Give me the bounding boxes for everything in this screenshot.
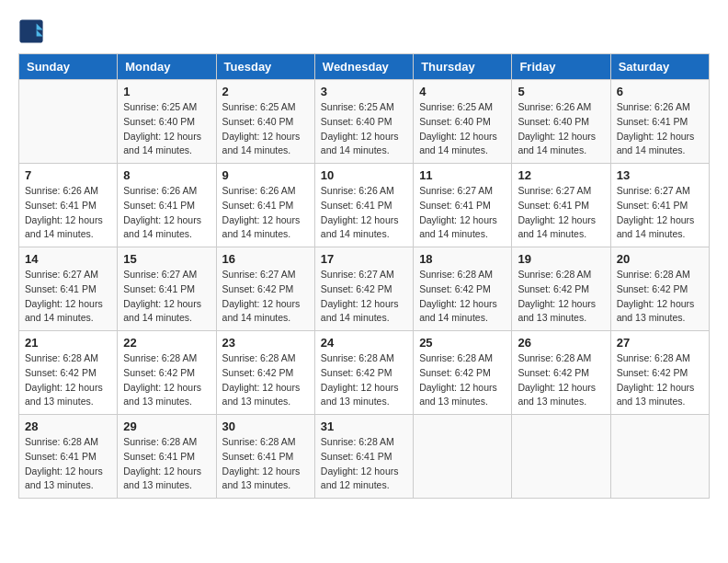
day-details: Sunrise: 6:26 AMSunset: 6:40 PMDaylight:… (518, 100, 604, 158)
day-number: 8 (123, 168, 210, 182)
day-number: 3 (321, 85, 407, 98)
day-details: Sunrise: 6:28 AMSunset: 6:42 PMDaylight:… (518, 268, 604, 326)
day-number: 4 (419, 85, 506, 98)
calendar-table: SundayMondayTuesdayWednesdayThursdayFrid… (18, 53, 710, 499)
day-details: Sunrise: 6:28 AMSunset: 6:42 PMDaylight:… (419, 351, 506, 409)
day-number: 15 (123, 252, 210, 266)
day-details: Sunrise: 6:28 AMSunset: 6:42 PMDaylight:… (222, 351, 309, 409)
col-header-tuesday: Tuesday (216, 54, 314, 80)
calendar-cell: 13Sunrise: 6:27 AMSunset: 6:41 PMDayligh… (610, 164, 709, 247)
calendar-cell: 30Sunrise: 6:28 AMSunset: 6:41 PMDayligh… (216, 415, 314, 499)
day-number: 22 (123, 336, 210, 350)
day-number: 26 (518, 336, 604, 350)
logo-icon (18, 18, 44, 44)
calendar-cell (610, 415, 709, 499)
col-header-friday: Friday (512, 54, 610, 80)
day-details: Sunrise: 6:26 AMSunset: 6:41 PMDaylight:… (222, 184, 309, 242)
calendar-cell: 23Sunrise: 6:28 AMSunset: 6:42 PMDayligh… (216, 331, 314, 415)
col-header-wednesday: Wednesday (314, 54, 413, 80)
week-row-4: 21Sunrise: 6:28 AMSunset: 6:42 PMDayligh… (19, 331, 710, 415)
day-number: 10 (321, 168, 407, 182)
calendar-cell: 20Sunrise: 6:28 AMSunset: 6:42 PMDayligh… (610, 247, 709, 331)
calendar-cell: 8Sunrise: 6:26 AMSunset: 6:41 PMDaylight… (118, 164, 216, 247)
calendar-cell: 11Sunrise: 6:27 AMSunset: 6:41 PMDayligh… (414, 164, 512, 247)
day-details: Sunrise: 6:27 AMSunset: 6:42 PMDaylight:… (321, 268, 407, 326)
day-details: Sunrise: 6:25 AMSunset: 6:40 PMDaylight:… (321, 100, 407, 158)
day-details: Sunrise: 6:28 AMSunset: 6:41 PMDaylight:… (222, 435, 309, 493)
calendar-cell: 27Sunrise: 6:28 AMSunset: 6:42 PMDayligh… (610, 331, 709, 415)
day-details: Sunrise: 6:28 AMSunset: 6:41 PMDaylight:… (123, 435, 210, 493)
calendar-cell: 15Sunrise: 6:27 AMSunset: 6:41 PMDayligh… (118, 247, 216, 331)
day-number: 16 (222, 252, 309, 266)
day-number: 18 (419, 252, 506, 266)
week-row-3: 14Sunrise: 6:27 AMSunset: 6:41 PMDayligh… (19, 247, 710, 331)
day-number: 19 (518, 252, 604, 266)
day-details: Sunrise: 6:26 AMSunset: 6:41 PMDaylight:… (617, 100, 703, 158)
day-number: 29 (123, 419, 210, 433)
calendar-cell (414, 415, 512, 499)
day-details: Sunrise: 6:26 AMSunset: 6:41 PMDaylight:… (25, 184, 111, 242)
day-details: Sunrise: 6:27 AMSunset: 6:42 PMDaylight:… (222, 268, 309, 326)
day-number: 23 (222, 336, 309, 350)
day-details: Sunrise: 6:28 AMSunset: 6:42 PMDaylight:… (123, 351, 210, 409)
week-row-1: 1Sunrise: 6:25 AMSunset: 6:40 PMDaylight… (19, 80, 710, 164)
day-details: Sunrise: 6:25 AMSunset: 6:40 PMDaylight:… (222, 100, 309, 158)
day-details: Sunrise: 6:26 AMSunset: 6:41 PMDaylight:… (123, 184, 210, 242)
calendar-cell: 16Sunrise: 6:27 AMSunset: 6:42 PMDayligh… (216, 247, 314, 331)
calendar-cell (512, 415, 610, 499)
day-details: Sunrise: 6:27 AMSunset: 6:41 PMDaylight:… (419, 184, 506, 242)
calendar-cell: 31Sunrise: 6:28 AMSunset: 6:41 PMDayligh… (314, 415, 413, 499)
calendar-cell: 28Sunrise: 6:28 AMSunset: 6:41 PMDayligh… (19, 415, 118, 499)
day-details: Sunrise: 6:25 AMSunset: 6:40 PMDaylight:… (123, 100, 210, 158)
day-number: 5 (518, 85, 604, 98)
calendar-cell: 21Sunrise: 6:28 AMSunset: 6:42 PMDayligh… (19, 331, 118, 415)
week-row-5: 28Sunrise: 6:28 AMSunset: 6:41 PMDayligh… (19, 415, 710, 499)
logo (18, 18, 48, 44)
col-header-saturday: Saturday (610, 54, 709, 80)
calendar-cell: 10Sunrise: 6:26 AMSunset: 6:41 PMDayligh… (314, 164, 413, 247)
day-number: 27 (617, 336, 703, 350)
page-header (18, 18, 710, 44)
day-details: Sunrise: 6:27 AMSunset: 6:41 PMDaylight:… (123, 268, 210, 326)
day-details: Sunrise: 6:28 AMSunset: 6:42 PMDaylight:… (518, 351, 604, 409)
calendar-cell: 25Sunrise: 6:28 AMSunset: 6:42 PMDayligh… (414, 331, 512, 415)
day-details: Sunrise: 6:27 AMSunset: 6:41 PMDaylight:… (25, 268, 111, 326)
day-number: 31 (321, 419, 407, 433)
col-header-monday: Monday (118, 54, 216, 80)
calendar-cell: 24Sunrise: 6:28 AMSunset: 6:42 PMDayligh… (314, 331, 413, 415)
day-details: Sunrise: 6:28 AMSunset: 6:42 PMDaylight:… (617, 268, 703, 326)
day-details: Sunrise: 6:25 AMSunset: 6:40 PMDaylight:… (419, 100, 506, 158)
day-number: 21 (25, 336, 111, 350)
day-number: 1 (123, 85, 210, 98)
calendar-cell: 3Sunrise: 6:25 AMSunset: 6:40 PMDaylight… (314, 80, 413, 164)
calendar-cell: 19Sunrise: 6:28 AMSunset: 6:42 PMDayligh… (512, 247, 610, 331)
day-details: Sunrise: 6:27 AMSunset: 6:41 PMDaylight:… (617, 184, 703, 242)
day-number: 30 (222, 419, 309, 433)
day-details: Sunrise: 6:27 AMSunset: 6:41 PMDaylight:… (518, 184, 604, 242)
calendar-cell: 14Sunrise: 6:27 AMSunset: 6:41 PMDayligh… (19, 247, 118, 331)
calendar-cell: 26Sunrise: 6:28 AMSunset: 6:42 PMDayligh… (512, 331, 610, 415)
calendar-cell: 7Sunrise: 6:26 AMSunset: 6:41 PMDaylight… (19, 164, 118, 247)
calendar-header: SundayMondayTuesdayWednesdayThursdayFrid… (19, 54, 710, 80)
svg-rect-0 (19, 19, 42, 42)
calendar-cell: 6Sunrise: 6:26 AMSunset: 6:41 PMDaylight… (610, 80, 709, 164)
day-details: Sunrise: 6:28 AMSunset: 6:42 PMDaylight:… (25, 351, 111, 409)
day-details: Sunrise: 6:28 AMSunset: 6:42 PMDaylight:… (321, 351, 407, 409)
day-details: Sunrise: 6:28 AMSunset: 6:42 PMDaylight:… (419, 268, 506, 326)
week-row-2: 7Sunrise: 6:26 AMSunset: 6:41 PMDaylight… (19, 164, 710, 247)
calendar-cell: 5Sunrise: 6:26 AMSunset: 6:40 PMDaylight… (512, 80, 610, 164)
calendar-cell: 18Sunrise: 6:28 AMSunset: 6:42 PMDayligh… (414, 247, 512, 331)
day-number: 7 (25, 168, 111, 182)
day-number: 20 (617, 252, 703, 266)
day-details: Sunrise: 6:28 AMSunset: 6:41 PMDaylight:… (321, 435, 407, 493)
day-details: Sunrise: 6:28 AMSunset: 6:42 PMDaylight:… (617, 351, 703, 409)
day-number: 9 (222, 168, 309, 182)
calendar-cell: 17Sunrise: 6:27 AMSunset: 6:42 PMDayligh… (314, 247, 413, 331)
col-header-sunday: Sunday (19, 54, 118, 80)
day-number: 28 (25, 419, 111, 433)
calendar-cell: 4Sunrise: 6:25 AMSunset: 6:40 PMDaylight… (414, 80, 512, 164)
calendar-cell (19, 80, 118, 164)
calendar-cell: 29Sunrise: 6:28 AMSunset: 6:41 PMDayligh… (118, 415, 216, 499)
day-number: 14 (25, 252, 111, 266)
day-number: 12 (518, 168, 604, 182)
